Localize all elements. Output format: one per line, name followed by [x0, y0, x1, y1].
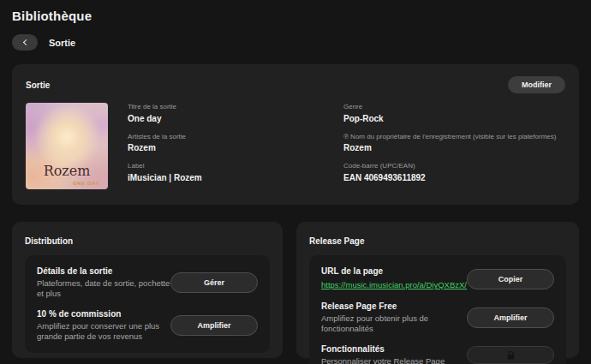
release-page-card-title: Release Page — [309, 236, 365, 246]
row-title: 10 % de commission — [37, 309, 170, 319]
release-card-title: Sortie — [26, 81, 50, 90]
distribution-card-title: Distribution — [25, 236, 73, 246]
release-page-row-url: URL de la page https://music.imusician.p… — [321, 266, 554, 291]
release-page-row-free: Release Page Free Amplifiez pour obtenir… — [321, 301, 554, 334]
row-description: Amplifiez pour conserver une plus grande… — [37, 321, 170, 342]
row-title: Détails de la sortie — [37, 266, 170, 276]
field-value: Pop-Rock — [343, 114, 565, 123]
manage-button[interactable]: Gérer — [170, 272, 258, 293]
row-description: Personnaliser votre Release Page — [321, 356, 445, 364]
field-release-artists: Artistes de la sortie Rozem — [128, 133, 343, 153]
artwork-artist-text: Rozem — [26, 163, 108, 179]
release-card-header: Sortie Modifier — [26, 76, 565, 93]
field-value: One day — [128, 114, 343, 123]
field-value: iMusician | Rozem — [128, 173, 343, 182]
field-recording-owner: ℗ Nom du propriétaire de l'enregistremen… — [343, 133, 565, 153]
release-card: Sortie Modifier Rozem ONE DAY Titre de l… — [12, 64, 579, 205]
amplify-distribution-button[interactable]: Amplifier — [170, 315, 258, 336]
distribution-row-commission: 10 % de commission Amplifiez pour conser… — [37, 309, 258, 342]
distribution-row-details: Détails de la sortie Plateformes, date d… — [37, 266, 258, 299]
row-text: 10 % de commission Amplifiez pour conser… — [37, 309, 170, 342]
lock-icon — [507, 351, 515, 360]
features-locked-button[interactable] — [467, 346, 554, 364]
artwork-title-text: ONE DAY — [73, 181, 99, 186]
row-text: Détails de la sortie Plateformes, date d… — [37, 266, 170, 299]
field-genre: Genre Pop-Rock — [343, 103, 565, 123]
field-label: Artistes de la sortie — [128, 133, 343, 140]
copy-url-button[interactable]: Copier — [467, 269, 554, 289]
field-barcode: Code-barre (UPC/EAN) EAN 4069493611892 — [343, 162, 565, 182]
field-label: Titre de la sortie — [128, 103, 343, 110]
field-label: Code-barre (UPC/EAN) — [343, 162, 565, 170]
release-page-card: Release Page URL de la page https://musi… — [296, 222, 579, 358]
field-label: Genre — [343, 103, 565, 110]
back-button[interactable] — [12, 34, 38, 51]
release-page-row-features: Fonctionnalités Personnaliser votre Rele… — [321, 344, 554, 364]
edit-release-button[interactable]: Modifier — [508, 76, 565, 93]
field-release-title: Titre de la sortie One day — [128, 103, 343, 123]
field-value: EAN 4069493611892 — [343, 173, 565, 182]
row-text: Release Page Free Amplifiez pour obtenir… — [321, 301, 467, 334]
row-description: Amplifiez pour obtenir plus de fonctionn… — [321, 313, 467, 334]
row-title: Release Page Free — [321, 301, 467, 311]
field-label: ℗ Nom du propriétaire de l'enregistremen… — [343, 133, 565, 140]
library-page: Bibliothèque Sortie Sortie Modifier Roze… — [0, 0, 591, 364]
field-value: Rozem — [128, 143, 343, 152]
release-fields-right: Genre Pop-Rock ℗ Nom du propriétaire de … — [343, 103, 565, 189]
amplify-release-page-button[interactable]: Amplifier — [467, 307, 554, 328]
row-text: Fonctionnalités Personnaliser votre Rele… — [321, 344, 445, 364]
release-page-panel: URL de la page https://music.imusician.p… — [309, 255, 566, 364]
row-title: URL de la page — [321, 266, 467, 276]
distribution-panel: Détails de la sortie Plateformes, date d… — [25, 255, 270, 353]
breadcrumb-label: Sortie — [49, 38, 75, 48]
row-title: Fonctionnalités — [321, 344, 445, 354]
row-description: Plateformes, date de sortie, pochette et… — [37, 278, 170, 299]
page-title: Bibliothèque — [12, 9, 579, 23]
release-card-body: Rozem ONE DAY Titre de la sortie One day… — [26, 103, 565, 189]
bottom-cards-row: Distribution Détails de la sortie Platef… — [12, 222, 579, 358]
field-value: Rozem — [343, 143, 565, 152]
release-artwork: Rozem ONE DAY — [26, 103, 108, 189]
field-label: Label — [128, 162, 343, 170]
field-release-label: Label iMusician | Rozem — [128, 162, 343, 182]
breadcrumb: Sortie — [12, 34, 579, 51]
release-page-link[interactable]: https://music.imusician.pro/a/DiyQXBzX/ — [321, 280, 467, 289]
row-text: URL de la page https://music.imusician.p… — [321, 266, 467, 291]
distribution-card: Distribution Détails de la sortie Platef… — [12, 222, 283, 358]
chevron-left-icon — [22, 39, 28, 45]
release-fields-left: Titre de la sortie One day Artistes de l… — [128, 103, 343, 189]
